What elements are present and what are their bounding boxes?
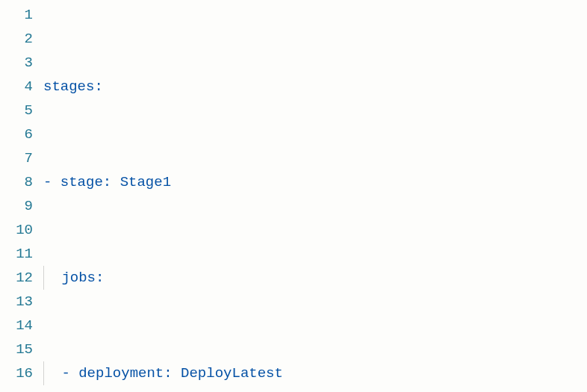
space — [53, 361, 61, 385]
line-number-gutter: 1 2 3 4 5 6 7 8 9 10 11 12 13 14 15 16 — [0, 3, 43, 392]
line-number: 11 — [0, 242, 33, 266]
line-number: 5 — [0, 99, 33, 122]
line-number: 14 — [0, 314, 33, 337]
colon: : — [96, 266, 104, 290]
line-number: 15 — [0, 337, 33, 361]
yaml-key: jobs — [61, 266, 96, 290]
indent-guide — [43, 266, 53, 290]
space — [52, 170, 60, 194]
space — [111, 170, 119, 194]
yaml-value: DeployLatest — [181, 361, 283, 385]
line-number: 10 — [0, 218, 33, 242]
line-number: 16 — [0, 361, 33, 385]
code-line: jobs: — [43, 266, 587, 290]
colon: : — [164, 361, 172, 385]
list-dash: - — [61, 361, 69, 385]
yaml-key: deployment — [78, 361, 164, 385]
yaml-key: stages — [43, 75, 94, 99]
line-number: 12 — [0, 266, 33, 290]
line-number: 13 — [0, 290, 33, 314]
line-number: 8 — [0, 170, 33, 194]
code-line: stages: — [43, 75, 587, 99]
line-number: 3 — [0, 51, 33, 75]
code-line: - stage: Stage1 — [43, 170, 587, 194]
line-number: 6 — [0, 122, 33, 146]
line-number: 9 — [0, 194, 33, 218]
space — [70, 361, 78, 385]
yaml-key: stage — [60, 170, 103, 194]
list-dash: - — [43, 170, 52, 194]
code-editor: 1 2 3 4 5 6 7 8 9 10 11 12 13 14 15 16 s… — [0, 0, 587, 392]
colon: : — [103, 170, 111, 194]
code-line: - deployment: DeployLatest — [43, 361, 587, 385]
yaml-value: Stage1 — [120, 170, 171, 194]
code-area[interactable]: stages: - stage: Stage1 jobs: - deployme… — [43, 3, 587, 392]
colon: : — [94, 75, 102, 99]
space — [53, 266, 61, 290]
line-number: 7 — [0, 146, 33, 170]
space — [173, 361, 181, 385]
line-number: 2 — [0, 27, 33, 51]
indent-guide — [43, 361, 53, 385]
line-number: 1 — [0, 3, 33, 27]
line-number: 4 — [0, 75, 33, 99]
